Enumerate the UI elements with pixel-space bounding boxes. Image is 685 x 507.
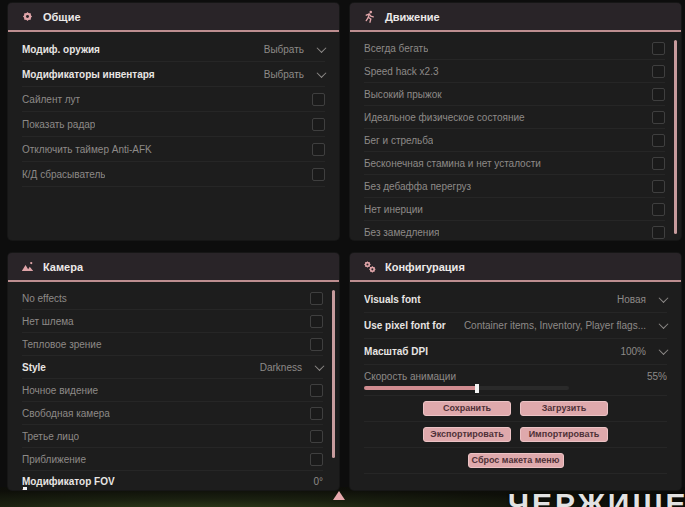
setting-row: Без дебаффа перегруз <box>364 175 665 198</box>
chevron-down-icon <box>659 345 669 355</box>
fov-modifier-row: Модификатор FOV 0° <box>22 471 323 490</box>
checkbox[interactable] <box>652 134 665 147</box>
setting-row: Показать радар <box>22 112 325 137</box>
dropdown-value: 100% <box>620 346 646 357</box>
load-button[interactable]: Загрузить <box>520 401 608 416</box>
setting-row: Speed hack x2.3 <box>364 60 665 83</box>
checkbox[interactable] <box>310 384 323 397</box>
setting-row: Идеальное физическое состояние <box>364 106 665 129</box>
inventory-mod-dropdown[interactable]: Выбрать <box>264 69 325 80</box>
button-row: Сброс макета меню <box>364 448 667 474</box>
setting-label: Модификатор FOV <box>22 476 115 487</box>
setting-row: Масштаб DPI 100% <box>364 339 667 365</box>
setting-label: Ночное видение <box>22 385 98 396</box>
cursor-icon <box>333 491 345 500</box>
setting-label: Speed hack x2.3 <box>364 66 439 77</box>
scrollbar[interactable] <box>674 40 677 234</box>
checkbox[interactable] <box>312 143 325 156</box>
runner-icon <box>363 10 376 23</box>
fov-slider[interactable] <box>22 489 322 490</box>
setting-label: Visuals font <box>364 294 421 305</box>
checkbox[interactable] <box>310 430 323 443</box>
style-dropdown[interactable]: Darkness <box>260 362 323 373</box>
setting-label: Без дебаффа перегруз <box>364 181 471 192</box>
animation-speed-slider[interactable] <box>364 386 569 390</box>
panel-movement: Движение Всегда бегать Speed hack x2.3 В… <box>350 3 681 240</box>
checkbox[interactable] <box>312 93 325 106</box>
scrollbar[interactable] <box>332 290 335 458</box>
checkbox[interactable] <box>652 42 665 55</box>
export-button[interactable]: Экспортировать <box>423 427 511 442</box>
checkbox[interactable] <box>312 118 325 131</box>
setting-row: Ночное видение <box>22 379 323 402</box>
panel-camera-header: Камера <box>8 253 339 282</box>
checkbox[interactable] <box>310 315 323 328</box>
setting-row: К/Д сбрасыватель <box>22 162 325 187</box>
slider-handle[interactable] <box>475 384 479 393</box>
setting-label: Масштаб DPI <box>364 346 428 357</box>
checkbox[interactable] <box>310 292 323 305</box>
checkbox[interactable] <box>652 88 665 101</box>
pixel-font-dropdown[interactable]: Container items, Inventory, Player flags… <box>464 320 667 331</box>
setting-row: Всегда бегать <box>364 37 665 60</box>
setting-row: Модификаторы инвентаря Выбрать <box>22 62 325 87</box>
checkbox[interactable] <box>652 203 665 216</box>
dropdown-value: Новая <box>617 294 646 305</box>
panel-config-header: Конфигурация <box>350 253 681 282</box>
chevron-down-icon <box>659 293 669 303</box>
setting-row: Свободная камера <box>22 402 323 425</box>
visuals-font-dropdown[interactable]: Новая <box>617 294 667 305</box>
setting-row: Style Darkness <box>22 356 323 379</box>
setting-label: Модиф. оружия <box>22 44 100 55</box>
slider-handle[interactable] <box>23 487 27 490</box>
setting-row: Высокий прыжок <box>364 83 665 106</box>
weapon-mod-dropdown[interactable]: Выбрать <box>264 44 325 55</box>
chevron-down-icon <box>317 43 327 53</box>
button-row: Сохранить Загрузить <box>364 396 667 422</box>
checkbox[interactable] <box>652 226 665 239</box>
chevron-down-icon <box>659 319 669 329</box>
setting-row: No effects <box>22 287 323 310</box>
setting-row: Сайлент лут <box>22 87 325 112</box>
setting-label: Высокий прыжок <box>364 89 442 100</box>
checkbox[interactable] <box>312 168 325 181</box>
save-button[interactable]: Сохранить <box>423 401 511 416</box>
panel-title: Движение <box>385 11 440 23</box>
reset-menu-layout-button[interactable]: Сброс макета меню <box>468 453 564 468</box>
setting-row: Бег и стрельба <box>364 129 665 152</box>
import-button[interactable]: Импортировать <box>520 427 608 442</box>
setting-label: Третье лицо <box>22 431 79 442</box>
setting-label: Нет инерции <box>364 204 423 215</box>
setting-label: Скорость анимации <box>364 371 456 382</box>
dropdown-value: Container items, Inventory, Player flags… <box>464 320 646 331</box>
checkbox[interactable] <box>652 180 665 193</box>
dpi-scale-dropdown[interactable]: 100% <box>620 346 667 357</box>
setting-row: Нет шлема <box>22 310 323 333</box>
checkbox[interactable] <box>652 111 665 124</box>
panel-general: Общие Модиф. оружия Выбрать Модификаторы… <box>8 3 339 240</box>
checkbox[interactable] <box>310 453 323 466</box>
checkbox[interactable] <box>310 407 323 420</box>
setting-label: Сайлент лут <box>22 94 80 105</box>
setting-label: Style <box>22 362 46 373</box>
checkbox[interactable] <box>652 65 665 78</box>
setting-label: No effects <box>22 293 67 304</box>
gear-icon <box>21 10 34 23</box>
setting-row: Нет инерции <box>364 198 665 221</box>
panel-movement-header: Движение <box>350 3 681 32</box>
checkbox[interactable] <box>652 157 665 170</box>
checkbox[interactable] <box>310 338 323 351</box>
setting-label: Тепловое зрение <box>22 339 102 350</box>
setting-label: Нет шлема <box>22 316 74 327</box>
setting-label: Свободная камера <box>22 408 110 419</box>
setting-row: Третье лицо <box>22 425 323 448</box>
button-row: Экспортировать Импортировать <box>364 422 667 448</box>
animation-speed-row: Скорость анимации 55% <box>364 365 667 396</box>
setting-row: Бесконечная стамина и нет усталости <box>364 152 665 175</box>
dropdown-value: Выбрать <box>264 44 304 55</box>
panel-camera: Камера No effects Нет шлема Тепловое зре… <box>8 253 339 490</box>
panel-title: Камера <box>43 261 83 273</box>
setting-label: Показать радар <box>22 119 95 130</box>
setting-label: Use pixel font for <box>364 320 446 331</box>
setting-label: Бесконечная стамина и нет усталости <box>364 158 541 169</box>
